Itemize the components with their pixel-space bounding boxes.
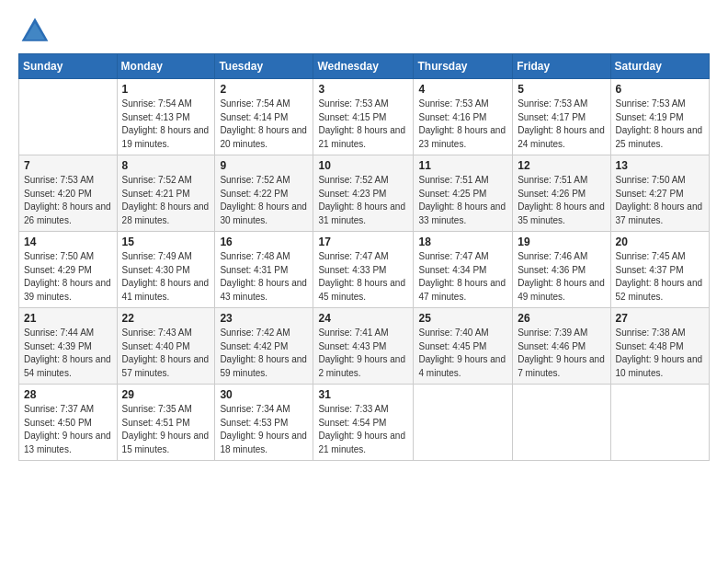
header-cell-thursday: Thursday [414, 54, 513, 79]
day-detail: Sunrise: 7:44 AMSunset: 4:39 PMDaylight:… [24, 327, 112, 380]
day-cell: 14Sunrise: 7:50 AMSunset: 4:29 PMDayligh… [19, 232, 118, 308]
week-row-1: 1Sunrise: 7:54 AMSunset: 4:13 PMDaylight… [19, 79, 710, 155]
day-detail: Sunrise: 7:42 AMSunset: 4:42 PMDaylight:… [220, 327, 308, 380]
day-detail: Sunrise: 7:51 AMSunset: 4:26 PMDaylight:… [518, 174, 605, 227]
day-cell: 8Sunrise: 7:52 AMSunset: 4:21 PMDaylight… [117, 155, 215, 232]
day-cell: 11Sunrise: 7:51 AMSunset: 4:25 PMDayligh… [414, 155, 513, 232]
day-number: 17 [318, 236, 408, 248]
day-cell: 13Sunrise: 7:50 AMSunset: 4:27 PMDayligh… [610, 155, 709, 232]
header-cell-tuesday: Tuesday [215, 54, 313, 79]
day-cell [414, 385, 513, 461]
day-detail: Sunrise: 7:52 AMSunset: 4:21 PMDaylight:… [122, 174, 210, 227]
day-number: 11 [418, 159, 507, 172]
day-number: 6 [616, 83, 704, 96]
day-cell: 21Sunrise: 7:44 AMSunset: 4:39 PMDayligh… [19, 308, 118, 385]
day-cell: 17Sunrise: 7:47 AMSunset: 4:33 PMDayligh… [313, 232, 414, 308]
calendar-table: SundayMondayTuesdayWednesdayThursdayFrid… [18, 53, 710, 461]
day-detail: Sunrise: 7:37 AMSunset: 4:50 PMDaylight:… [24, 403, 112, 456]
day-detail: Sunrise: 7:51 AMSunset: 4:25 PMDaylight:… [418, 174, 507, 227]
calendar-page: SundayMondayTuesdayWednesdayThursdayFrid… [0, 0, 728, 563]
day-number: 22 [122, 312, 210, 325]
day-detail: Sunrise: 7:33 AMSunset: 4:54 PMDaylight:… [318, 403, 408, 456]
day-cell: 7Sunrise: 7:53 AMSunset: 4:20 PMDaylight… [19, 155, 118, 232]
day-number: 29 [122, 388, 210, 401]
day-number: 3 [318, 83, 408, 96]
week-row-5: 28Sunrise: 7:37 AMSunset: 4:50 PMDayligh… [19, 385, 710, 461]
day-number: 25 [418, 312, 507, 325]
day-number: 8 [122, 159, 210, 172]
day-detail: Sunrise: 7:53 AMSunset: 4:17 PMDaylight:… [518, 98, 605, 151]
day-detail: Sunrise: 7:47 AMSunset: 4:33 PMDaylight:… [318, 250, 408, 304]
day-number: 30 [220, 388, 308, 401]
day-cell: 12Sunrise: 7:51 AMSunset: 4:26 PMDayligh… [513, 155, 610, 232]
day-cell: 24Sunrise: 7:41 AMSunset: 4:43 PMDayligh… [313, 308, 414, 385]
day-cell: 19Sunrise: 7:46 AMSunset: 4:36 PMDayligh… [513, 232, 610, 308]
day-detail: Sunrise: 7:49 AMSunset: 4:30 PMDaylight:… [122, 250, 210, 304]
day-number: 15 [122, 236, 210, 248]
day-detail: Sunrise: 7:40 AMSunset: 4:45 PMDaylight:… [418, 327, 507, 380]
logo-icon [18, 15, 51, 48]
day-number: 13 [616, 159, 704, 172]
day-detail: Sunrise: 7:50 AMSunset: 4:29 PMDaylight:… [24, 250, 112, 304]
day-detail: Sunrise: 7:50 AMSunset: 4:27 PMDaylight:… [616, 174, 704, 227]
day-number: 1 [122, 83, 210, 96]
day-detail: Sunrise: 7:34 AMSunset: 4:53 PMDaylight:… [220, 403, 308, 456]
day-cell: 15Sunrise: 7:49 AMSunset: 4:30 PMDayligh… [117, 232, 215, 308]
day-cell: 31Sunrise: 7:33 AMSunset: 4:54 PMDayligh… [313, 385, 414, 461]
day-cell: 20Sunrise: 7:45 AMSunset: 4:37 PMDayligh… [610, 232, 709, 308]
header-cell-wednesday: Wednesday [313, 54, 414, 79]
day-cell: 2Sunrise: 7:54 AMSunset: 4:14 PMDaylight… [215, 79, 313, 155]
calendar-body: 1Sunrise: 7:54 AMSunset: 4:13 PMDaylight… [19, 79, 710, 461]
day-cell: 22Sunrise: 7:43 AMSunset: 4:40 PMDayligh… [117, 308, 215, 385]
day-cell: 25Sunrise: 7:40 AMSunset: 4:45 PMDayligh… [414, 308, 513, 385]
day-number: 19 [518, 236, 605, 248]
day-number: 18 [418, 236, 507, 248]
day-number: 12 [518, 159, 605, 172]
day-number: 27 [616, 312, 704, 325]
day-cell [513, 385, 610, 461]
day-number: 14 [24, 236, 112, 248]
header [18, 15, 710, 48]
day-number: 5 [518, 83, 605, 96]
day-cell: 5Sunrise: 7:53 AMSunset: 4:17 PMDaylight… [513, 79, 610, 155]
day-detail: Sunrise: 7:53 AMSunset: 4:19 PMDaylight:… [616, 98, 704, 151]
day-cell: 18Sunrise: 7:47 AMSunset: 4:34 PMDayligh… [414, 232, 513, 308]
header-row: SundayMondayTuesdayWednesdayThursdayFrid… [19, 54, 710, 79]
day-number: 10 [318, 159, 408, 172]
header-cell-friday: Friday [513, 54, 610, 79]
day-number: 9 [220, 159, 308, 172]
day-detail: Sunrise: 7:39 AMSunset: 4:46 PMDaylight:… [518, 327, 605, 380]
header-cell-sunday: Sunday [19, 54, 118, 79]
header-cell-monday: Monday [117, 54, 215, 79]
day-number: 31 [318, 388, 408, 401]
day-detail: Sunrise: 7:48 AMSunset: 4:31 PMDaylight:… [220, 250, 308, 304]
day-cell [610, 385, 709, 461]
calendar-header: SundayMondayTuesdayWednesdayThursdayFrid… [19, 54, 710, 79]
day-detail: Sunrise: 7:47 AMSunset: 4:34 PMDaylight:… [418, 250, 507, 304]
day-detail: Sunrise: 7:43 AMSunset: 4:40 PMDaylight:… [122, 327, 210, 380]
week-row-4: 21Sunrise: 7:44 AMSunset: 4:39 PMDayligh… [19, 308, 710, 385]
day-number: 24 [318, 312, 408, 325]
day-cell: 3Sunrise: 7:53 AMSunset: 4:15 PMDaylight… [313, 79, 414, 155]
day-cell: 4Sunrise: 7:53 AMSunset: 4:16 PMDaylight… [414, 79, 513, 155]
week-row-2: 7Sunrise: 7:53 AMSunset: 4:20 PMDaylight… [19, 155, 710, 232]
day-detail: Sunrise: 7:46 AMSunset: 4:36 PMDaylight:… [518, 250, 605, 304]
day-detail: Sunrise: 7:38 AMSunset: 4:48 PMDaylight:… [616, 327, 704, 380]
day-number: 4 [418, 83, 507, 96]
day-cell: 10Sunrise: 7:52 AMSunset: 4:23 PMDayligh… [313, 155, 414, 232]
logo [18, 15, 55, 48]
day-number: 7 [24, 159, 112, 172]
day-number: 20 [616, 236, 704, 248]
day-number: 2 [220, 83, 308, 96]
header-cell-saturday: Saturday [610, 54, 709, 79]
day-detail: Sunrise: 7:53 AMSunset: 4:15 PMDaylight:… [318, 98, 408, 151]
day-cell: 29Sunrise: 7:35 AMSunset: 4:51 PMDayligh… [117, 385, 215, 461]
day-cell: 9Sunrise: 7:52 AMSunset: 4:22 PMDaylight… [215, 155, 313, 232]
day-detail: Sunrise: 7:54 AMSunset: 4:14 PMDaylight:… [220, 98, 308, 151]
day-detail: Sunrise: 7:35 AMSunset: 4:51 PMDaylight:… [122, 403, 210, 456]
day-number: 16 [220, 236, 308, 248]
day-detail: Sunrise: 7:41 AMSunset: 4:43 PMDaylight:… [318, 327, 408, 380]
day-cell: 26Sunrise: 7:39 AMSunset: 4:46 PMDayligh… [513, 308, 610, 385]
day-detail: Sunrise: 7:54 AMSunset: 4:13 PMDaylight:… [122, 98, 210, 151]
day-cell: 30Sunrise: 7:34 AMSunset: 4:53 PMDayligh… [215, 385, 313, 461]
